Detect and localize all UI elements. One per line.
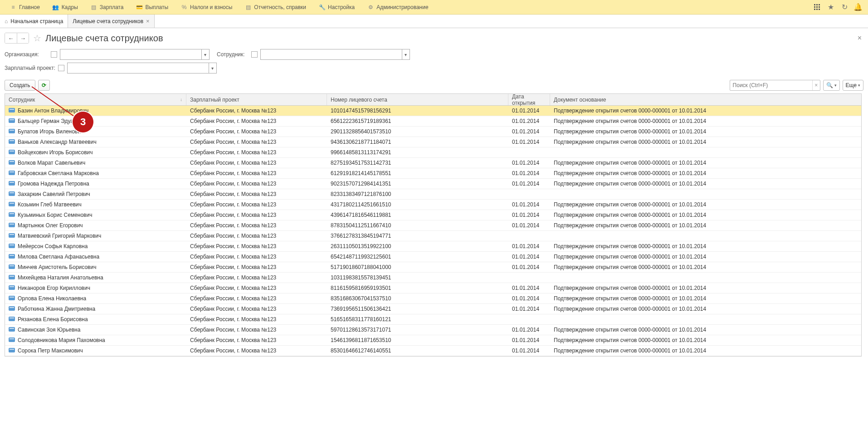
table-row[interactable]: Козьмин Глеб МатвеевичСбербанк России, г… xyxy=(5,200,861,210)
search-clear-icon[interactable]: × xyxy=(812,80,820,90)
cell-doc: Подтверждение открытия счетов 0000-00000… xyxy=(550,222,861,229)
find-button[interactable]: 🔍 ▾ xyxy=(823,80,840,91)
search-input[interactable] xyxy=(730,82,813,88)
project-label: Зарплатный проект: xyxy=(5,65,55,71)
table-row[interactable]: Минчев Аристотель БорисовичСбербанк Росс… xyxy=(5,262,861,273)
history-icon[interactable]: ↻ xyxy=(838,1,851,14)
cell-employee: Минчев Аристотель Борисович xyxy=(5,264,186,270)
cell-employee: Козьмин Глеб Матвеевич xyxy=(5,201,186,208)
col-date-label: Дата открытия xyxy=(512,93,546,106)
table-row[interactable]: Базин Антон ВладимировичСбербанк России,… xyxy=(5,106,861,116)
top-menu-left: ≡ Главное 👥 Кадры ▤ Зарплата 💳 Выплаты %… xyxy=(4,0,435,15)
cell-employee: Кузьминых Борис Семенович xyxy=(5,212,186,218)
cell-account: 26311105013519922100 xyxy=(327,243,508,249)
cell-employee-text: Булатов Игорь Виленович xyxy=(18,128,83,135)
org-dropdown-icon[interactable]: ▾ xyxy=(201,49,209,59)
create-button[interactable]: Создать xyxy=(5,80,35,91)
cell-employee-text: Сорока Петр Максимович xyxy=(18,347,83,354)
col-date[interactable]: Дата открытия xyxy=(508,94,550,105)
col-doc[interactable]: Документ основание xyxy=(550,94,861,105)
menu-salary[interactable]: ▤ Зарплата xyxy=(84,0,130,15)
table-row[interactable]: Милова Светлана АфанасьевнаСбербанк Росс… xyxy=(5,252,861,262)
svg-rect-7 xyxy=(816,9,818,10)
cell-date: 01.01.2014 xyxy=(508,254,550,260)
cell-date: 01.01.2014 xyxy=(508,139,550,145)
nav-back-button[interactable]: ← xyxy=(5,33,17,43)
grid-body: Базин Антон ВладимировичСбербанк России,… xyxy=(5,106,861,356)
table-row[interactable]: Сорока Петр МаксимовичСбербанк России, г… xyxy=(5,346,861,356)
table-row[interactable]: Никаноров Егор КирилловичСбербанк России… xyxy=(5,283,861,293)
card-icon xyxy=(9,139,15,144)
cell-account: 51651658311778160121 xyxy=(327,316,508,323)
cell-employee: Орлова Елена Николаевна xyxy=(5,295,186,302)
employee-input[interactable] xyxy=(261,49,402,59)
menu-taxes[interactable]: % Налоги и взносы xyxy=(175,0,239,15)
tab-close-icon[interactable]: × xyxy=(146,18,150,24)
payments-icon: 💳 xyxy=(136,4,142,10)
cell-doc: Подтверждение открытия счетов 0000-00000… xyxy=(550,108,861,114)
cell-account: 37661278313845194771 xyxy=(327,233,508,239)
org-input[interactable] xyxy=(60,49,201,59)
apps-icon[interactable] xyxy=(811,1,824,14)
employee-combo[interactable]: ▾ xyxy=(260,49,410,60)
menu-admin[interactable]: ⚙ Администрирование xyxy=(361,0,434,15)
nav-forward-button[interactable]: → xyxy=(17,33,29,43)
project-checkbox[interactable] xyxy=(58,65,64,71)
table-row[interactable]: Орлова Елена НиколаевнаСбербанк России, … xyxy=(5,293,861,304)
cell-project: Сбербанк России, г. Москва №123 xyxy=(186,201,327,208)
table-row[interactable]: Войцехович Игорь БорисовичСбербанк Росси… xyxy=(5,147,861,158)
menu-settings[interactable]: 🔧 Настройка xyxy=(312,0,361,15)
project-dropdown-icon[interactable]: ▾ xyxy=(209,63,216,73)
table-row[interactable]: Ваньков Александр МатвеевичСбербанк Росс… xyxy=(5,137,861,147)
cell-project: Сбербанк России, г. Москва №123 xyxy=(186,118,327,124)
tab-home[interactable]: ⌂ Начальная страница xyxy=(0,15,68,28)
org-checkbox[interactable] xyxy=(51,51,57,58)
cell-account: 90231570712984141351 xyxy=(327,181,508,187)
cell-project: Сбербанк России, г. Москва №123 xyxy=(186,139,327,145)
page-close-button[interactable]: × xyxy=(856,34,863,42)
data-grid: Сотрудник ↓ Зарплатный проект Номер лице… xyxy=(5,93,862,357)
table-row[interactable]: Матвиевский Григорий МарковичСбербанк Ро… xyxy=(5,231,861,241)
cell-project: Сбербанк России, г. Москва №123 xyxy=(186,170,327,176)
menu-reports[interactable]: ▤ Отчетность, справки xyxy=(239,0,312,15)
percent-icon: % xyxy=(181,4,187,10)
menu-payments[interactable]: 💳 Выплаты xyxy=(130,0,175,15)
employee-dropdown-icon[interactable]: ▾ xyxy=(402,49,410,59)
table-row[interactable]: Работкина Жанна ДмитриевнаСбербанк Росси… xyxy=(5,304,861,314)
search-box[interactable]: × xyxy=(730,80,820,91)
more-button[interactable]: Еще ▾ xyxy=(843,80,863,91)
col-project[interactable]: Зарплатный проект xyxy=(186,94,327,105)
table-row[interactable]: Захаркин Савелий ПетровичСбербанк России… xyxy=(5,189,861,200)
menu-personnel-label: Кадры xyxy=(62,4,78,10)
menu-personnel[interactable]: 👥 Кадры xyxy=(46,0,84,15)
page-favorite-button[interactable]: ☆ xyxy=(32,33,43,44)
refresh-button[interactable]: ⟳ xyxy=(38,80,50,91)
menu-main[interactable]: ≡ Главное xyxy=(4,0,46,15)
table-row[interactable]: Михейцева Наталия АнатольевнаСбербанк Ро… xyxy=(5,273,861,283)
table-row[interactable]: Громова Надежда ПетровнаСбербанк России,… xyxy=(5,179,861,189)
col-employee[interactable]: Сотрудник ↓ xyxy=(5,94,186,105)
favorite-icon[interactable]: ★ xyxy=(824,1,837,14)
org-combo[interactable]: ▾ xyxy=(60,49,210,60)
cell-employee-text: Никаноров Егор Кириллович xyxy=(18,285,90,291)
find-dd-icon: ▾ xyxy=(834,83,837,88)
table-row[interactable]: Солодовникова Мария ПахомовнаСбербанк Ро… xyxy=(5,335,861,346)
table-row[interactable]: Волков Марат СавельевичСбербанк России, … xyxy=(5,158,861,168)
bell-icon[interactable]: 🔔 xyxy=(852,1,864,14)
table-row[interactable]: Габровская Светлана МарковнаСбербанк Рос… xyxy=(5,168,861,179)
table-row[interactable]: Кузьминых Борис СеменовичСбербанк России… xyxy=(5,210,861,220)
table-row[interactable]: Мейерсон Софья КарловнаСбербанк России, … xyxy=(5,241,861,252)
project-combo[interactable]: ▾ xyxy=(67,63,217,73)
cell-project: Сбербанк России, г. Москва №123 xyxy=(186,233,327,239)
table-row[interactable]: Бальцер Герман ЭдуардовичСбербанк России… xyxy=(5,116,861,127)
table-row[interactable]: Булатов Игорь ВиленовичСбербанк России, … xyxy=(5,127,861,137)
col-account[interactable]: Номер лицевого счета xyxy=(327,94,508,105)
table-row[interactable]: Савинская Зоя ЮрьевнаСбербанк России, г.… xyxy=(5,325,861,335)
table-row[interactable]: Рязанова Елена БорисовнаСбербанк России,… xyxy=(5,314,861,325)
table-row[interactable]: Мартынюк Олег ЕгоровичСбербанк России, г… xyxy=(5,220,861,231)
toolbar-right: × 🔍 ▾ Еще ▾ xyxy=(730,80,863,91)
employee-checkbox[interactable] xyxy=(251,51,258,58)
project-input[interactable] xyxy=(68,63,209,73)
cell-date: 01.01.2014 xyxy=(508,295,550,302)
tab-accounts[interactable]: Лицевые счета сотрудников × xyxy=(68,15,154,28)
